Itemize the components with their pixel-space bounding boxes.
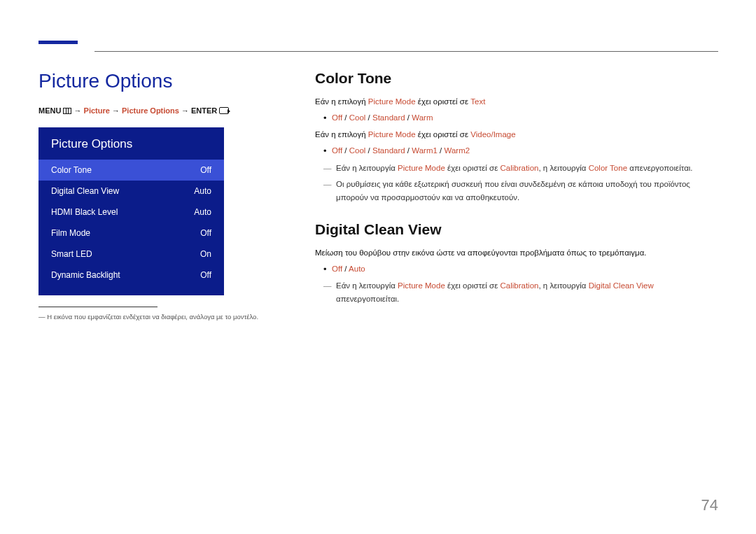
tv-menu-row[interactable]: Dynamic BacklightOff bbox=[38, 265, 224, 286]
tv-menu-row-label: Film Mode bbox=[51, 228, 90, 238]
tv-menu-row-label: Digital Clean View bbox=[51, 186, 119, 196]
tv-menu-row-label: HDMI Black Level bbox=[51, 207, 118, 217]
ct-note-2: Οι ρυθμίσεις για κάθε εξωτερική συσκευή … bbox=[315, 178, 718, 204]
tv-menu-row[interactable]: Film ModeOff bbox=[38, 223, 224, 244]
ct-options-1: Off / Cool / Standard / Warm bbox=[315, 111, 718, 124]
note-text: Η εικόνα που εμφανίζεται ενδέχεται να δι… bbox=[47, 313, 258, 321]
enter-icon bbox=[219, 107, 229, 114]
tv-menu-header: Picture Options bbox=[38, 136, 224, 160]
tv-menu-row-label: Dynamic Backlight bbox=[51, 270, 120, 280]
tv-menu-row-label: Smart LED bbox=[51, 249, 92, 259]
breadcrumb-picture: Picture bbox=[84, 106, 110, 115]
breadcrumb-menu: MENU bbox=[38, 106, 61, 115]
tv-menu-row-value: On bbox=[200, 249, 211, 259]
page-accent-bar bbox=[38, 41, 78, 44]
dcv-options: Off / Auto bbox=[315, 262, 718, 275]
breadcrumb-arrow: → bbox=[181, 106, 189, 115]
note-dash: ― bbox=[38, 313, 46, 321]
section-title: Picture Options bbox=[38, 70, 285, 92]
tv-menu-row-value: Off bbox=[200, 228, 211, 238]
ct-note-1: Εάν η λειτουργία Picture Mode έχει οριστ… bbox=[315, 162, 718, 175]
tv-menu-row-value: Off bbox=[200, 270, 211, 280]
left-column: Picture Options MENU → Picture → Picture… bbox=[38, 70, 285, 321]
page-top-rule bbox=[94, 51, 718, 52]
tv-menu-row-value: Auto bbox=[194, 207, 211, 217]
disclaimer-text: ― Η εικόνα που εμφανίζεται ενδέχεται να … bbox=[38, 313, 285, 321]
tv-menu-row-value: Off bbox=[200, 165, 211, 175]
tv-menu-row[interactable]: Color ToneOff bbox=[38, 160, 224, 181]
tv-menu-row[interactable]: Smart LEDOn bbox=[38, 244, 224, 265]
tv-menu-panel: Picture Options Color ToneOffDigital Cle… bbox=[38, 127, 224, 295]
dcv-heading: Digital Clean View bbox=[315, 221, 718, 238]
breadcrumb: MENU → Picture → Picture Options → ENTER bbox=[38, 106, 285, 115]
ct-line1: Εάν η επιλογή Picture Mode έχει οριστεί … bbox=[315, 95, 718, 108]
color-tone-heading: Color Tone bbox=[315, 70, 718, 87]
breadcrumb-arrow: → bbox=[74, 106, 82, 115]
breadcrumb-picture-options: Picture Options bbox=[122, 106, 179, 115]
breadcrumb-enter: ENTER bbox=[191, 106, 217, 115]
ct-options-2: Off / Cool / Standard / Warm1 / Warm2 bbox=[315, 144, 718, 157]
menu-icon bbox=[63, 108, 71, 114]
breadcrumb-arrow: → bbox=[112, 106, 120, 115]
tv-menu-row[interactable]: HDMI Black LevelAuto bbox=[38, 202, 224, 223]
ct-line2: Εάν η επιλογή Picture Mode έχει οριστεί … bbox=[315, 128, 718, 141]
right-column: Color Tone Εάν η επιλογή Picture Mode έχ… bbox=[315, 70, 718, 309]
dcv-desc: Μείωση του θορύβου στην εικόνα ώστε να α… bbox=[315, 246, 718, 260]
tv-menu-row[interactable]: Digital Clean ViewAuto bbox=[38, 181, 224, 202]
tv-menu-row-label: Color Tone bbox=[51, 165, 92, 175]
page-number: 74 bbox=[701, 496, 718, 514]
disclaimer-rule bbox=[38, 307, 158, 307]
tv-menu-row-value: Auto bbox=[194, 186, 211, 196]
dcv-note: Εάν η λειτουργία Picture Mode έχει οριστ… bbox=[315, 279, 718, 306]
